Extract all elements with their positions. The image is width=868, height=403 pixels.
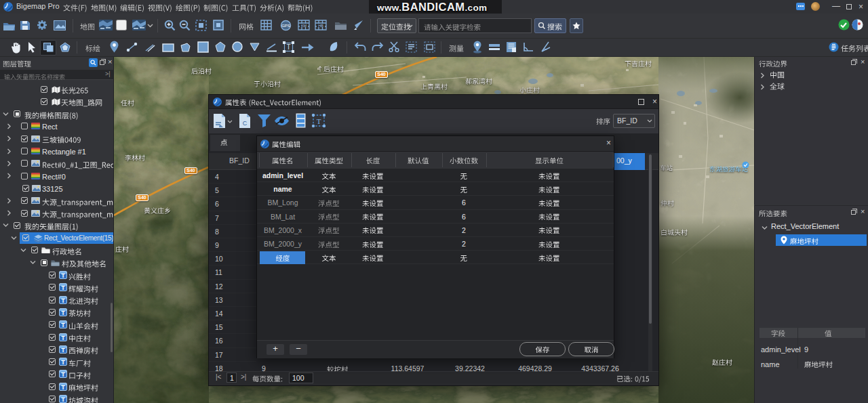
svg-text:T: T (286, 43, 290, 51)
svg-text:KM: KM (301, 24, 307, 28)
svg-text:T: T (317, 117, 321, 125)
svg-text:C: C (243, 120, 248, 127)
svg-text:HB: HB (318, 24, 323, 28)
svg-text:GPS: GPS (281, 24, 290, 28)
